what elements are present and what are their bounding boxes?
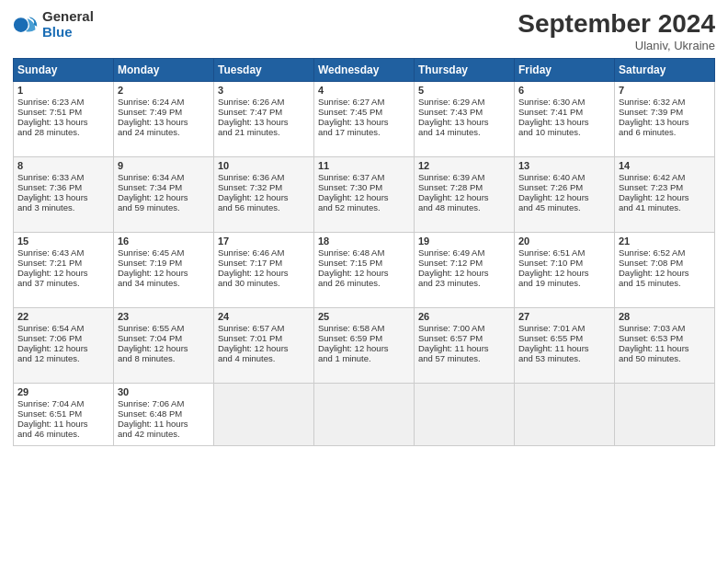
table-row: 14Sunrise: 6:42 AMSunset: 7:23 PMDayligh… — [615, 157, 715, 233]
table-row — [615, 384, 715, 446]
table-row: 22Sunrise: 6:54 AMSunset: 7:06 PMDayligh… — [14, 308, 114, 384]
table-row: 27Sunrise: 7:01 AMSunset: 6:55 PMDayligh… — [515, 308, 615, 384]
table-row — [515, 384, 615, 446]
title-block: September 2024 Ulaniv, Ukraine — [518, 9, 715, 52]
table-row: 15Sunrise: 6:43 AMSunset: 7:21 PMDayligh… — [14, 233, 114, 308]
col-friday: Friday — [515, 59, 615, 82]
col-saturday: Saturday — [615, 59, 715, 82]
table-row: 26Sunrise: 7:00 AMSunset: 6:57 PMDayligh… — [415, 308, 515, 384]
table-row: 4Sunrise: 6:27 AMSunset: 7:45 PMDaylight… — [314, 82, 415, 157]
header-row: Sunday Monday Tuesday Wednesday Thursday… — [14, 59, 715, 82]
logo-icon — [13, 12, 39, 38]
table-row: 30Sunrise: 7:06 AMSunset: 6:48 PMDayligh… — [114, 384, 214, 446]
table-row: 25Sunrise: 6:58 AMSunset: 6:59 PMDayligh… — [314, 308, 415, 384]
table-row: 2Sunrise: 6:24 AMSunset: 7:49 PMDaylight… — [114, 82, 214, 157]
table-row: 20Sunrise: 6:51 AMSunset: 7:10 PMDayligh… — [515, 233, 615, 308]
col-sunday: Sunday — [14, 59, 114, 82]
table-row: 13Sunrise: 6:40 AMSunset: 7:26 PMDayligh… — [515, 157, 615, 233]
logo-general: General — [42, 9, 94, 25]
col-tuesday: Tuesday — [214, 59, 314, 82]
calendar-table: Sunday Monday Tuesday Wednesday Thursday… — [13, 58, 715, 446]
table-row: 19Sunrise: 6:49 AMSunset: 7:12 PMDayligh… — [415, 233, 515, 308]
col-monday: Monday — [114, 59, 214, 82]
logo: General Blue — [13, 9, 94, 40]
table-row: 11Sunrise: 6:37 AMSunset: 7:30 PMDayligh… — [314, 157, 415, 233]
col-wednesday: Wednesday — [314, 59, 415, 82]
table-row: 9Sunrise: 6:34 AMSunset: 7:34 PMDaylight… — [114, 157, 214, 233]
table-row — [214, 384, 314, 446]
table-row: 5Sunrise: 6:29 AMSunset: 7:43 PMDaylight… — [415, 82, 515, 157]
table-row: 28Sunrise: 7:03 AMSunset: 6:53 PMDayligh… — [615, 308, 715, 384]
table-row: 1Sunrise: 6:23 AMSunset: 7:51 PMDaylight… — [14, 82, 114, 157]
table-row: 17Sunrise: 6:46 AMSunset: 7:17 PMDayligh… — [214, 233, 314, 308]
table-row: 6Sunrise: 6:30 AMSunset: 7:41 PMDaylight… — [515, 82, 615, 157]
table-row: 29Sunrise: 7:04 AMSunset: 6:51 PMDayligh… — [14, 384, 114, 446]
table-row: 16Sunrise: 6:45 AMSunset: 7:19 PMDayligh… — [114, 233, 214, 308]
table-row: 18Sunrise: 6:48 AMSunset: 7:15 PMDayligh… — [314, 233, 415, 308]
svg-point-0 — [14, 17, 28, 32]
header: General Blue September 2024 Ulaniv, Ukra… — [13, 9, 715, 52]
table-row: 21Sunrise: 6:52 AMSunset: 7:08 PMDayligh… — [615, 233, 715, 308]
table-row — [314, 384, 415, 446]
col-thursday: Thursday — [415, 59, 515, 82]
table-row: 3Sunrise: 6:26 AMSunset: 7:47 PMDaylight… — [214, 82, 314, 157]
logo-blue: Blue — [42, 25, 94, 40]
table-row — [415, 384, 515, 446]
table-row: 23Sunrise: 6:55 AMSunset: 7:04 PMDayligh… — [114, 308, 214, 384]
table-row: 8Sunrise: 6:33 AMSunset: 7:36 PMDaylight… — [14, 157, 114, 233]
calendar-title: September 2024 — [518, 9, 715, 39]
table-row: 7Sunrise: 6:32 AMSunset: 7:39 PMDaylight… — [615, 82, 715, 157]
page: General Blue September 2024 Ulaniv, Ukra… — [0, 0, 728, 563]
logo-text: General Blue — [42, 9, 94, 40]
table-row: 12Sunrise: 6:39 AMSunset: 7:28 PMDayligh… — [415, 157, 515, 233]
calendar-subtitle: Ulaniv, Ukraine — [518, 39, 715, 52]
table-row: 24Sunrise: 6:57 AMSunset: 7:01 PMDayligh… — [214, 308, 314, 384]
table-row: 10Sunrise: 6:36 AMSunset: 7:32 PMDayligh… — [214, 157, 314, 233]
